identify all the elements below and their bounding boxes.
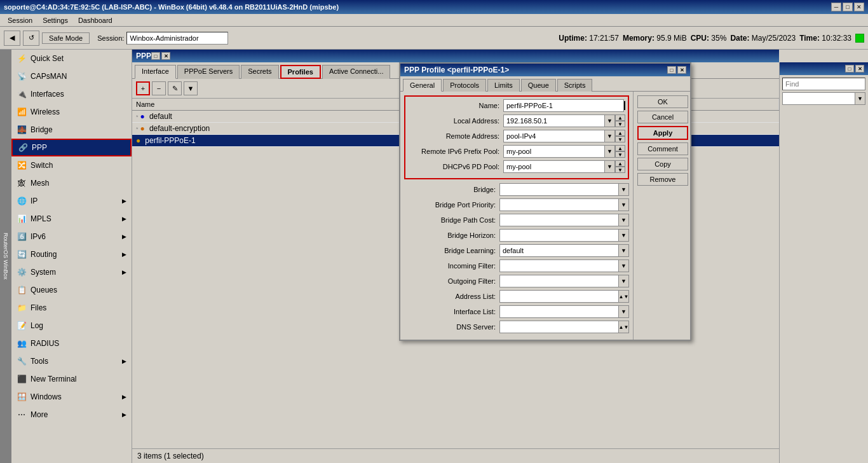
sidebar-item-wireless[interactable]: 📶 Wireless: [11, 103, 132, 121]
sidebar-item-log[interactable]: 📝 Log: [11, 317, 132, 335]
main-layout: RouterOS WinBox ⚡ Quick Set 📡 CAPsMAN 🔌 …: [0, 50, 868, 463]
sidebar-item-ipv6[interactable]: 6️⃣ IPv6 ▶: [11, 228, 132, 245]
edit-button[interactable]: ✎: [168, 81, 182, 95]
interface-list-dropdown[interactable]: ▼: [619, 305, 629, 318]
sidebar-item-routing[interactable]: 🔄 Routing ▶: [11, 245, 132, 263]
remove-toolbar-button[interactable]: −: [152, 81, 166, 95]
bridge-field[interactable]: [499, 183, 619, 196]
sidebar-item-quick-set[interactable]: ⚡ Quick Set: [11, 50, 132, 67]
back-button[interactable]: ◀: [4, 31, 20, 46]
sidebar-item-mpls[interactable]: 📊 MPLS ▶: [11, 210, 132, 228]
scroll-up-button[interactable]: ▲: [615, 114, 625, 121]
outgoing-filter-field[interactable]: [499, 275, 619, 287]
tab-pppoe-servers[interactable]: PPPoE Servers: [177, 65, 240, 79]
sidebar-item-mesh[interactable]: 🕸 Mesh: [11, 174, 132, 192]
comment-button[interactable]: Comment: [637, 142, 688, 155]
apply-button[interactable]: Apply: [637, 126, 688, 140]
sidebar-item-more[interactable]: ⋯ More ▶: [11, 406, 132, 424]
scroll-down-button[interactable]: ▼: [615, 151, 625, 158]
scroll-up-button[interactable]: ▲: [615, 160, 625, 167]
right-panel-maximize-button[interactable]: □: [845, 65, 854, 73]
add-button[interactable]: +: [136, 81, 150, 95]
dialog-tab-limits[interactable]: Limits: [487, 79, 520, 92]
menu-dashboard[interactable]: Dashboard: [73, 15, 118, 25]
sidebar-item-windows[interactable]: 🪟 Windows ▶: [11, 388, 132, 406]
tab-profiles[interactable]: Profiles: [280, 65, 321, 79]
close-button[interactable]: ✕: [854, 3, 864, 11]
tab-interface[interactable]: Interface: [135, 65, 176, 79]
bridge-learning-field[interactable]: [499, 244, 619, 257]
interface-list-field[interactable]: [499, 305, 619, 318]
dialog-tab-protocols[interactable]: Protocols: [443, 79, 486, 92]
scroll-up-button[interactable]: ▲: [615, 130, 625, 136]
maximize-button[interactable]: □: [843, 3, 853, 11]
tab-secrets[interactable]: Secrets: [241, 65, 278, 79]
dialog-close-button[interactable]: ✕: [677, 66, 686, 74]
dialog-tab-queue[interactable]: Queue: [521, 79, 556, 92]
bridge-path-cost-field[interactable]: [499, 214, 619, 226]
sidebar-item-ppp[interactable]: 🔗 PPP: [11, 139, 132, 156]
sidebar-item-interfaces[interactable]: 🔌 Interfaces: [11, 85, 132, 103]
safe-mode-button[interactable]: Safe Mode: [42, 32, 90, 44]
dialog-tab-general[interactable]: General: [403, 79, 442, 92]
dns-server-field[interactable]: [499, 321, 619, 333]
scroll-up-button[interactable]: ▲: [615, 145, 625, 151]
minimize-button[interactable]: ─: [831, 3, 841, 11]
tab-active-connections[interactable]: Active Connecti...: [322, 65, 391, 79]
bridge-port-priority-field[interactable]: [499, 198, 619, 211]
remote-ipv6-dropdown-button[interactable]: ▼: [605, 145, 615, 158]
local-address-dropdown-button[interactable]: ▼: [605, 114, 615, 127]
scroll-down-button[interactable]: ▼: [615, 136, 625, 142]
menu-settings[interactable]: Settings: [37, 15, 73, 25]
local-address-field[interactable]: [503, 114, 605, 127]
bridge-path-cost-dropdown[interactable]: ▼: [619, 214, 629, 226]
sidebar-item-capsman[interactable]: 📡 CAPsMAN: [11, 67, 132, 85]
bridge-learning-dropdown[interactable]: ▼: [619, 244, 629, 257]
bridge-horizon-field[interactable]: [499, 229, 619, 242]
sidebar-item-switch[interactable]: 🔀 Switch: [11, 156, 132, 174]
dhcpv6-field[interactable]: [503, 160, 605, 173]
ok-button[interactable]: OK: [637, 95, 688, 108]
copy-button[interactable]: Copy: [637, 158, 688, 170]
dhcpv6-dropdown-button[interactable]: ▼: [605, 160, 615, 173]
filter-button[interactable]: ▼: [184, 81, 198, 95]
scroll-down-button[interactable]: ▼: [615, 121, 625, 127]
bridge-port-priority-dropdown[interactable]: ▼: [619, 198, 629, 211]
sidebar-item-new-terminal[interactable]: ⬛ New Terminal: [11, 370, 132, 388]
incoming-filter-field[interactable]: [499, 259, 619, 272]
bridge-horizon-dropdown[interactable]: ▼: [619, 229, 629, 242]
outgoing-filter-dropdown[interactable]: ▼: [619, 275, 629, 287]
dialog-tab-scripts[interactable]: Scripts: [557, 79, 593, 92]
refresh-button[interactable]: ↺: [23, 31, 39, 46]
find-dropdown-button[interactable]: ▼: [855, 92, 865, 105]
bridge-dropdown-button[interactable]: ▼: [619, 183, 629, 196]
ppp-maximize-button[interactable]: □: [151, 52, 160, 60]
address-list-dropdown[interactable]: ▲▼: [619, 290, 629, 303]
address-list-field[interactable]: [499, 290, 619, 303]
dialog-body: Name: Local Address: ▼: [400, 92, 690, 340]
status-text: 3 items (1 selected): [137, 452, 204, 460]
find-select[interactable]: [782, 92, 855, 105]
remote-address-field[interactable]: [503, 130, 605, 142]
remote-ipv6-field[interactable]: [503, 145, 605, 158]
cancel-button[interactable]: Cancel: [637, 111, 688, 123]
sidebar-item-radius[interactable]: 👥 RADIUS: [11, 335, 132, 352]
remote-address-dropdown-button[interactable]: ▼: [605, 130, 615, 142]
sidebar-item-files[interactable]: 📁 Files: [11, 299, 132, 317]
sidebar-item-bridge[interactable]: 🌉 Bridge: [11, 121, 132, 139]
dialog-maximize-button[interactable]: □: [667, 66, 676, 74]
sidebar-item-queues[interactable]: 📋 Queues: [11, 281, 132, 299]
sidebar-item-tools[interactable]: 🔧 Tools ▶: [11, 352, 132, 370]
ppp-close-button[interactable]: ✕: [161, 52, 170, 60]
sidebar-item-ip[interactable]: 🌐 IP ▶: [11, 192, 132, 210]
right-panel-close-button[interactable]: ✕: [855, 65, 864, 73]
find-input[interactable]: [782, 78, 865, 90]
incoming-filter-dropdown[interactable]: ▼: [619, 259, 629, 272]
name-field[interactable]: [503, 99, 624, 112]
scroll-down-button[interactable]: ▼: [615, 167, 625, 173]
menu-session[interactable]: Session: [3, 15, 37, 25]
session-input[interactable]: [126, 32, 228, 45]
sidebar-item-system[interactable]: ⚙️ System ▶: [11, 263, 132, 281]
remove-button[interactable]: Remove: [637, 173, 688, 186]
dns-server-dropdown[interactable]: ▲▼: [619, 321, 629, 333]
